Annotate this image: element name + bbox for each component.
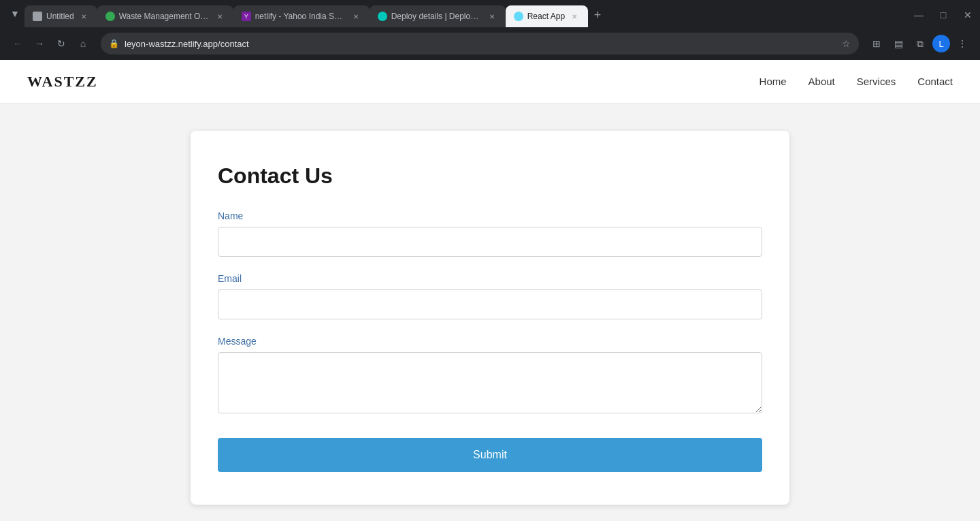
tab-close-untitled[interactable]: ✕ bbox=[78, 11, 89, 22]
close-button[interactable]: ✕ bbox=[961, 8, 975, 22]
tab-list-button[interactable]: ▼ bbox=[5, 4, 24, 23]
forward-button[interactable]: → bbox=[30, 34, 49, 53]
tab-title-yahoo: netlify - Yahoo India Search Re... bbox=[255, 12, 346, 21]
submit-button[interactable]: Submit bbox=[218, 438, 762, 472]
window-controls: — □ ✕ bbox=[912, 8, 975, 22]
website: WASTZZ Home About Services Contact Conta… bbox=[0, 60, 980, 521]
new-tab-button[interactable]: + bbox=[588, 5, 607, 25]
split-button[interactable]: ⧉ bbox=[911, 34, 930, 53]
maximize-button[interactable]: □ bbox=[936, 8, 950, 22]
tab-title-waste: Waste Management Overview bbox=[119, 12, 210, 21]
tab-close-react[interactable]: ✕ bbox=[569, 11, 580, 22]
name-form-group: Name bbox=[218, 210, 762, 257]
site-nav-links: Home About Services Contact bbox=[760, 76, 953, 87]
address-bar[interactable]: 🔒 leyon-wastzz.netlify.app/contact ☆ bbox=[101, 33, 859, 54]
tab-react[interactable]: React App ✕ bbox=[506, 5, 588, 27]
site-logo[interactable]: WASTZZ bbox=[27, 73, 98, 91]
reload-button[interactable]: ↻ bbox=[52, 34, 71, 53]
address-bar-row: ← → ↻ ⌂ 🔒 leyon-wastzz.netlify.app/conta… bbox=[0, 27, 980, 60]
back-button[interactable]: ← bbox=[8, 34, 27, 53]
tab-untitled[interactable]: Untitled ✕ bbox=[24, 5, 97, 27]
extensions-button[interactable]: ⊞ bbox=[867, 34, 886, 53]
name-label: Name bbox=[218, 210, 762, 221]
menu-button[interactable]: ⋮ bbox=[953, 34, 972, 53]
email-form-group: Email bbox=[218, 273, 762, 319]
nav-about[interactable]: About bbox=[808, 76, 835, 87]
tab-favicon-deploy bbox=[378, 12, 387, 21]
site-navbar: WASTZZ Home About Services Contact bbox=[0, 60, 980, 104]
message-label: Message bbox=[218, 336, 762, 347]
sidebar-button[interactable]: ▤ bbox=[889, 34, 908, 53]
email-input[interactable] bbox=[218, 289, 762, 319]
tab-close-yahoo[interactable]: ✕ bbox=[350, 11, 361, 22]
toolbar-actions: ⊞ ▤ ⧉ L ⋮ bbox=[867, 34, 972, 53]
tab-deploy[interactable]: Deploy details | Deploys | leyon... ✕ bbox=[370, 5, 506, 27]
profile-avatar[interactable]: L bbox=[932, 35, 950, 52]
url-display: leyon-wastzz.netlify.app/contact bbox=[125, 39, 836, 49]
tab-yahoo[interactable]: Y netlify - Yahoo India Search Re... ✕ bbox=[233, 5, 370, 27]
tab-close-waste[interactable]: ✕ bbox=[214, 11, 225, 22]
tab-favicon-yahoo: Y bbox=[242, 12, 251, 21]
contact-title: Contact Us bbox=[218, 163, 762, 189]
bookmark-icon[interactable]: ☆ bbox=[842, 38, 851, 49]
email-label: Email bbox=[218, 273, 762, 284]
tab-waste[interactable]: Waste Management Overview ✕ bbox=[97, 5, 233, 27]
tab-bar: ▼ Untitled ✕ Waste Management Overview ✕… bbox=[0, 0, 980, 27]
tab-favicon-untitled bbox=[33, 12, 42, 21]
nav-services[interactable]: Services bbox=[857, 76, 896, 87]
page-content: Contact Us Name Email Message Submit bbox=[0, 104, 980, 521]
tab-title-untitled: Untitled bbox=[46, 12, 74, 21]
lock-icon: 🔒 bbox=[109, 39, 119, 48]
browser-chrome: ▼ Untitled ✕ Waste Management Overview ✕… bbox=[0, 0, 980, 60]
tab-title-react: React App bbox=[527, 12, 565, 21]
home-button[interactable]: ⌂ bbox=[74, 34, 93, 53]
message-form-group: Message bbox=[218, 336, 762, 416]
nav-home[interactable]: Home bbox=[760, 76, 787, 87]
tab-close-deploy[interactable]: ✕ bbox=[487, 11, 497, 22]
name-input[interactable] bbox=[218, 227, 762, 257]
minimize-button[interactable]: — bbox=[912, 8, 926, 22]
tab-favicon-waste bbox=[105, 12, 115, 21]
message-textarea[interactable] bbox=[218, 352, 762, 413]
contact-card: Contact Us Name Email Message Submit bbox=[191, 131, 789, 505]
tab-favicon-react bbox=[514, 12, 523, 21]
nav-contact[interactable]: Contact bbox=[917, 76, 953, 87]
tab-title-deploy: Deploy details | Deploys | leyon... bbox=[391, 12, 483, 21]
